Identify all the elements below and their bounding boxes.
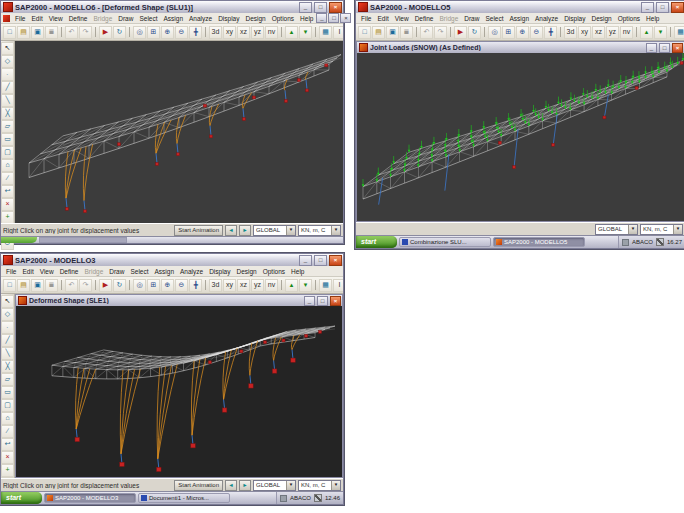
child-close-button[interactable]: × bbox=[330, 296, 341, 306]
model-viewport-deformed-shape[interactable] bbox=[15, 41, 343, 223]
zoom-out-icon[interactable]: ⊖ bbox=[530, 26, 543, 39]
start-button[interactable]: start bbox=[1, 492, 42, 504]
menu-bridge[interactable]: Bridge bbox=[81, 268, 106, 275]
child-title-bar[interactable]: Joint Loads (SNOW) (As Defined) _ □ × bbox=[357, 42, 684, 53]
previous-selection-icon[interactable]: ↩ bbox=[1, 438, 14, 451]
assign-section-icon[interactable]: I bbox=[333, 279, 343, 292]
menu-design[interactable]: Design bbox=[242, 15, 268, 22]
view-xy-icon[interactable]: xy bbox=[223, 279, 236, 292]
new-model-icon[interactable]: □ bbox=[3, 26, 16, 39]
move-down-in-list-icon[interactable]: ▾ bbox=[299, 26, 312, 39]
draw-frame-icon[interactable]: ╱ bbox=[1, 81, 14, 94]
perspective-view-icon[interactable]: nv bbox=[265, 279, 278, 292]
volume-icon[interactable] bbox=[656, 238, 664, 246]
redo-icon[interactable]: ↷ bbox=[79, 279, 92, 292]
menu-options[interactable]: Options bbox=[615, 15, 643, 22]
menu-options[interactable]: Options bbox=[260, 268, 288, 275]
pan-icon[interactable]: ╋ bbox=[189, 26, 202, 39]
move-down-in-list-icon[interactable]: ▾ bbox=[299, 279, 312, 292]
view-xy-icon[interactable]: xy bbox=[578, 26, 591, 39]
view-3d-icon[interactable]: 3d bbox=[209, 279, 222, 292]
intersecting-line-select-icon[interactable]: ∕ bbox=[1, 425, 14, 438]
refresh-window-icon[interactable]: ↻ bbox=[113, 26, 126, 39]
quick-draw-brace-icon[interactable]: ╳ bbox=[1, 107, 14, 120]
restore-button[interactable]: □ bbox=[314, 255, 327, 266]
select-pointer-icon[interactable]: ↖ bbox=[1, 42, 14, 55]
menu-file[interactable]: File bbox=[358, 15, 374, 22]
close-button[interactable]: × bbox=[671, 2, 684, 13]
refresh-window-icon[interactable]: ↻ bbox=[113, 279, 126, 292]
animation-back-button[interactable]: ◄ bbox=[225, 225, 237, 236]
draw-area-icon[interactable]: ▱ bbox=[1, 373, 14, 386]
volume-icon[interactable] bbox=[314, 494, 322, 502]
coordinate-system-dropdown[interactable]: GLOBAL ▼ bbox=[253, 225, 296, 236]
menu-design[interactable]: Design bbox=[233, 268, 259, 275]
menu-draw[interactable]: Draw bbox=[115, 15, 136, 22]
menu-select[interactable]: Select bbox=[127, 268, 151, 275]
undo-icon[interactable]: ↶ bbox=[65, 26, 78, 39]
child-close-button[interactable]: × bbox=[340, 13, 351, 23]
draw-joint-icon[interactable]: ∙ bbox=[1, 321, 14, 334]
reshape-element-icon[interactable]: ◇ bbox=[1, 55, 14, 68]
menu-analyze[interactable]: Analyze bbox=[177, 268, 206, 275]
view-xy-icon[interactable]: xy bbox=[223, 26, 236, 39]
select-pointer-icon[interactable]: ↖ bbox=[1, 295, 14, 308]
new-model-icon[interactable]: □ bbox=[358, 26, 371, 39]
run-analysis-icon[interactable]: ▶ bbox=[99, 26, 112, 39]
minimize-button[interactable]: _ bbox=[641, 2, 654, 13]
menu-edit[interactable]: Edit bbox=[374, 15, 391, 22]
quick-draw-frame-icon[interactable]: ╲ bbox=[1, 347, 14, 360]
zoom-in-icon[interactable]: ⊕ bbox=[161, 26, 174, 39]
minimize-button[interactable]: _ bbox=[299, 2, 312, 13]
menu-bridge[interactable]: Bridge bbox=[90, 15, 115, 22]
child-title-bar[interactable]: Deformed Shape (SLE1) _ □ × bbox=[16, 295, 342, 306]
task-button-sap2000[interactable]: SAP2000 - MODELLO5 bbox=[493, 237, 585, 247]
save-icon[interactable]: ▣ bbox=[31, 279, 44, 292]
child-restore-button[interactable]: □ bbox=[328, 13, 339, 23]
task-button-sap2000[interactable]: SAP2000 - MODELLO3 bbox=[44, 493, 136, 503]
undo-icon[interactable]: ↶ bbox=[65, 279, 78, 292]
open-file-icon[interactable]: ▤ bbox=[17, 279, 30, 292]
move-up-in-list-icon[interactable]: ▴ bbox=[285, 26, 298, 39]
zoom-window-icon[interactable]: ⊞ bbox=[147, 26, 160, 39]
units-dropdown[interactable]: KN, m, C ▼ bbox=[298, 225, 341, 236]
menu-display[interactable]: Display bbox=[206, 268, 233, 275]
model-viewport-joint-loads[interactable] bbox=[357, 53, 684, 221]
view-yz-icon[interactable]: yz bbox=[251, 279, 264, 292]
redo-icon[interactable]: ↷ bbox=[434, 26, 447, 39]
view-3d-icon[interactable]: 3d bbox=[209, 26, 222, 39]
move-up-in-list-icon[interactable]: ▴ bbox=[285, 279, 298, 292]
minimize-button[interactable]: _ bbox=[299, 255, 312, 266]
units-dropdown[interactable]: KN, m, C ▼ bbox=[298, 480, 341, 491]
view-yz-icon[interactable]: yz bbox=[606, 26, 619, 39]
menu-draw[interactable]: Draw bbox=[106, 268, 127, 275]
menu-view[interactable]: View bbox=[46, 15, 66, 22]
run-analysis-icon[interactable]: ▶ bbox=[454, 26, 467, 39]
reshape-element-icon[interactable]: ◇ bbox=[1, 308, 14, 321]
child-minimize-button[interactable]: _ bbox=[304, 296, 315, 306]
zoom-all-icon[interactable]: ◎ bbox=[133, 26, 146, 39]
title-bar[interactable]: SAP2000 - MODELLO3 _ □ × bbox=[1, 254, 343, 266]
pan-icon[interactable]: ╋ bbox=[544, 26, 557, 39]
view-xz-icon[interactable]: xz bbox=[237, 279, 250, 292]
menu-help[interactable]: Help bbox=[297, 15, 316, 22]
menu-analyze[interactable]: Analyze bbox=[186, 15, 215, 22]
move-down-in-list-icon[interactable]: ▾ bbox=[654, 26, 667, 39]
dropdown-arrow-icon[interactable]: ▼ bbox=[331, 481, 340, 490]
refresh-window-icon[interactable]: ↻ bbox=[468, 26, 481, 39]
display-options-icon[interactable]: ▦ bbox=[674, 26, 684, 39]
animation-forward-button[interactable]: ► bbox=[239, 480, 251, 491]
menu-edit[interactable]: Edit bbox=[28, 15, 45, 22]
dropdown-arrow-icon[interactable]: ▼ bbox=[628, 225, 637, 234]
task-button-word-document[interactable]: Combinazione SLU... bbox=[399, 237, 491, 247]
task-button-word-document[interactable]: Documenti1 - Micros... bbox=[138, 493, 230, 503]
dropdown-arrow-icon[interactable]: ▼ bbox=[673, 225, 682, 234]
title-bar[interactable]: SAP2000 - MODELLO5 _ □ × bbox=[356, 1, 684, 13]
zoom-in-icon[interactable]: ⊕ bbox=[161, 279, 174, 292]
menu-bridge[interactable]: Bridge bbox=[436, 15, 461, 22]
zoom-out-icon[interactable]: ⊖ bbox=[175, 279, 188, 292]
select-window-icon[interactable]: ▢ bbox=[1, 146, 14, 159]
model-viewport-deformed-shape[interactable] bbox=[16, 306, 342, 477]
run-analysis-icon[interactable]: ▶ bbox=[99, 279, 112, 292]
redo-icon[interactable]: ↷ bbox=[79, 26, 92, 39]
